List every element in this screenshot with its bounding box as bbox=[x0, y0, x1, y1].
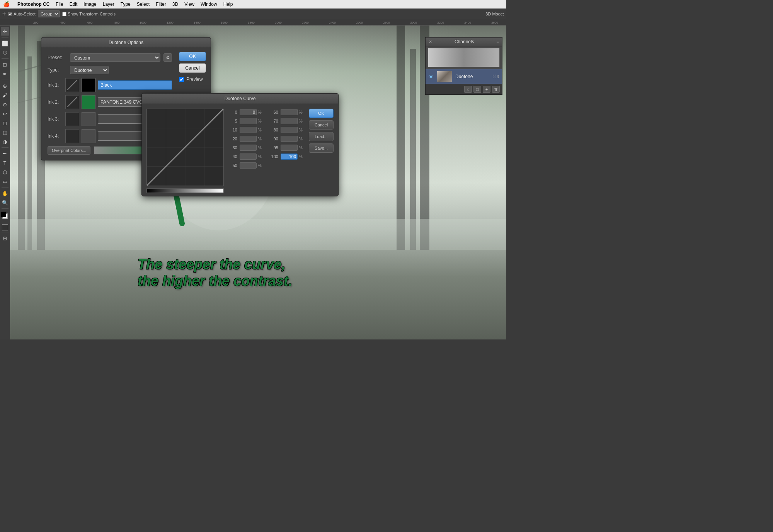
marquee-tool[interactable]: ⬜ bbox=[1, 39, 9, 48]
fg-bg-colors[interactable] bbox=[1, 212, 9, 222]
zoom-tool[interactable]: 🔍 bbox=[1, 198, 9, 207]
curve-input-40[interactable] bbox=[240, 153, 257, 160]
ink3-curve-preview[interactable] bbox=[65, 112, 79, 126]
channels-panel-menu[interactable]: ≡ bbox=[497, 39, 499, 44]
lasso-tool[interactable]: ⚇ bbox=[1, 48, 9, 57]
pen-tool[interactable]: ✒ bbox=[1, 149, 9, 158]
clone-tool[interactable]: ⊙ bbox=[1, 100, 9, 109]
gradient-tool[interactable]: ◫ bbox=[1, 128, 9, 136]
svg-rect-28 bbox=[10, 219, 506, 250]
channel-row-duotone[interactable]: 👁 Duotone ⌘3 bbox=[426, 69, 502, 84]
channels-delete-btn[interactable]: 🗑 bbox=[492, 86, 500, 93]
curve-input-70[interactable] bbox=[281, 118, 298, 124]
dialog-title: Duotone Options bbox=[41, 38, 211, 48]
ink1-color-swatch[interactable] bbox=[82, 78, 95, 92]
ink4-color-swatch[interactable] bbox=[82, 129, 95, 143]
curve-input-0[interactable] bbox=[240, 109, 257, 115]
channel-shortcut: ⌘3 bbox=[492, 74, 499, 79]
menu-view[interactable]: View bbox=[184, 2, 194, 7]
menu-filter[interactable]: Filter bbox=[156, 2, 166, 7]
history-tool[interactable]: ↩ bbox=[1, 109, 9, 118]
menu-select[interactable]: Select bbox=[137, 2, 150, 7]
show-transform-checkbox[interactable] bbox=[62, 12, 66, 16]
dodge-tool[interactable]: ◑ bbox=[1, 137, 9, 146]
auto-select-checkbox[interactable] bbox=[8, 12, 12, 16]
channel-eye-icon[interactable]: 👁 bbox=[429, 74, 434, 80]
ink1-name-input[interactable] bbox=[98, 80, 172, 90]
curve-load-button[interactable]: Load... bbox=[309, 132, 334, 141]
ink2-color-swatch[interactable] bbox=[82, 95, 95, 109]
healing-tool[interactable]: ⊕ bbox=[1, 82, 9, 90]
menu-layer[interactable]: Layer bbox=[103, 2, 114, 7]
menu-image[interactable]: Image bbox=[83, 2, 96, 7]
curve-percent-10: % bbox=[258, 128, 262, 132]
move-tool[interactable]: ✛ bbox=[1, 27, 9, 36]
cancel-button[interactable]: Cancel bbox=[179, 63, 206, 73]
preview-label: Preview bbox=[186, 77, 203, 82]
curve-slider[interactable] bbox=[146, 188, 224, 193]
curve-field-40: 40: % bbox=[226, 152, 266, 161]
curve-input-95[interactable] bbox=[281, 145, 298, 151]
ok-button[interactable]: OK bbox=[179, 52, 206, 61]
curve-cancel-button[interactable]: Cancel bbox=[309, 120, 334, 130]
ink3-color-swatch[interactable] bbox=[82, 112, 95, 126]
quick-mask-btn[interactable] bbox=[2, 224, 8, 230]
text-tool[interactable]: T bbox=[1, 159, 9, 167]
ink4-curve-preview[interactable] bbox=[65, 129, 79, 143]
curve-ok-button[interactable]: OK bbox=[309, 109, 334, 118]
curve-input-50[interactable] bbox=[240, 162, 257, 169]
curve-input-5[interactable] bbox=[240, 118, 257, 124]
menu-3d[interactable]: 3D bbox=[172, 2, 178, 7]
channels-save-btn[interactable]: □ bbox=[473, 86, 481, 93]
curve-input-100[interactable] bbox=[281, 153, 298, 160]
curve-label-70: 70: bbox=[269, 119, 279, 123]
curve-save-button[interactable]: Save... bbox=[309, 143, 334, 153]
left-toolbar: ✛ ⬜ ⚇ ⊡ ✒ ⊕ 🖌 ⊙ ↩ ◻ ◫ ◑ ✒ T ⬡ ▭ ✋ 🔍 ⊟ bbox=[0, 26, 10, 339]
apple-menu[interactable]: 🍎 bbox=[3, 1, 10, 7]
channels-selection-btn[interactable]: ○ bbox=[464, 86, 472, 93]
ink1-label: Ink 1: bbox=[48, 82, 63, 88]
eraser-tool[interactable]: ◻ bbox=[1, 119, 9, 127]
brush-tool[interactable]: 🖌 bbox=[1, 91, 9, 99]
curve-field-30: 30: % bbox=[226, 143, 266, 152]
shape-tool[interactable]: ▭ bbox=[1, 177, 9, 186]
svg-text:3200: 3200 bbox=[437, 21, 444, 24]
overprint-button[interactable]: Overprint Colors... bbox=[48, 146, 90, 155]
curve-input-60[interactable] bbox=[281, 109, 298, 115]
tool-separator-4 bbox=[2, 147, 9, 148]
hand-tool[interactable]: ✋ bbox=[1, 189, 9, 198]
preview-checkbox[interactable] bbox=[179, 77, 184, 82]
curve-canvas[interactable] bbox=[146, 109, 224, 186]
auto-select-dropdown[interactable]: Group bbox=[38, 10, 60, 17]
ink2-curve-preview[interactable] bbox=[65, 95, 79, 109]
menu-file[interactable]: File bbox=[56, 2, 63, 7]
curve-dialog-buttons: OK Cancel Load... Save... bbox=[309, 104, 338, 196]
curve-field-5: 5: % bbox=[226, 117, 266, 125]
svg-text:3000: 3000 bbox=[410, 21, 417, 24]
curve-input-30[interactable] bbox=[240, 145, 257, 151]
screen-mode-btn[interactable]: ⊟ bbox=[1, 234, 9, 242]
curve-percent-60: % bbox=[299, 110, 303, 114]
curve-field-100: 100: % bbox=[267, 152, 306, 161]
curve-input-20[interactable] bbox=[240, 136, 257, 142]
type-dropdown[interactable]: Duotone bbox=[70, 66, 109, 74]
crop-tool[interactable]: ⊡ bbox=[1, 60, 9, 69]
curve-input-90[interactable] bbox=[281, 136, 298, 142]
curve-input-80[interactable] bbox=[281, 127, 298, 133]
menu-help[interactable]: Help bbox=[223, 2, 233, 7]
curve-percent-20: % bbox=[258, 136, 262, 141]
path-tool[interactable]: ⬡ bbox=[1, 168, 9, 176]
ink1-curve-preview[interactable] bbox=[65, 78, 79, 92]
menu-type[interactable]: Type bbox=[121, 2, 131, 7]
menu-window[interactable]: Window bbox=[201, 2, 217, 7]
channels-panel-close[interactable]: ✕ bbox=[429, 39, 432, 44]
curve-input-10[interactable] bbox=[240, 127, 257, 133]
svg-text:600: 600 bbox=[87, 21, 93, 24]
preset-gear-button[interactable]: ⚙ bbox=[163, 53, 172, 62]
preset-dropdown[interactable]: Custom bbox=[70, 53, 160, 62]
menu-edit[interactable]: Edit bbox=[70, 2, 78, 7]
svg-text:200: 200 bbox=[33, 21, 39, 24]
curve-percent-30: % bbox=[258, 145, 262, 150]
eyedropper-tool[interactable]: ✒ bbox=[1, 70, 9, 78]
channels-new-btn[interactable]: + bbox=[483, 86, 490, 93]
